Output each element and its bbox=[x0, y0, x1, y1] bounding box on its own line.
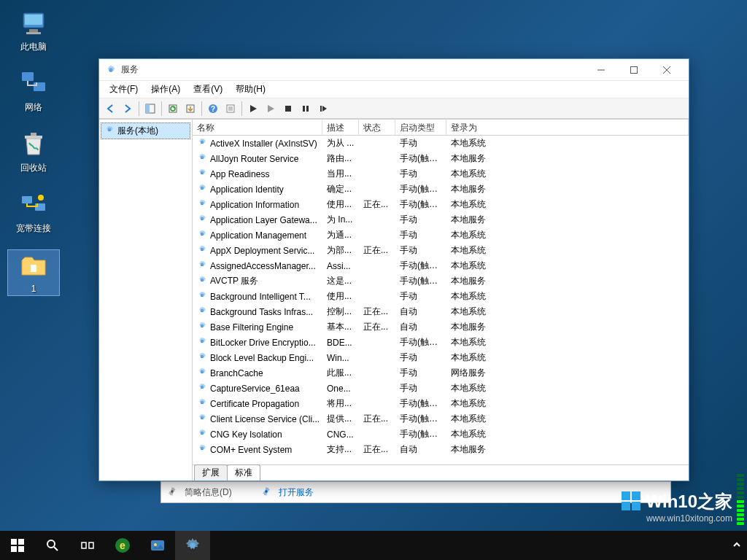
service-row[interactable]: ActiveX Installer (AxInstSV)为从 ...手动本地系统 bbox=[193, 136, 689, 151]
svg-point-22 bbox=[171, 106, 175, 111]
service-row[interactable]: CaptureService_61eaaOne...手动本地系统 bbox=[193, 381, 689, 396]
toolbar: ? bbox=[99, 98, 689, 119]
service-row[interactable]: COM+ Event System支持...正在...自动本地服务 bbox=[193, 442, 689, 457]
desktop-icon-this-pc[interactable]: 此电脑 bbox=[7, 7, 60, 55]
gear-icon bbox=[197, 382, 207, 394]
service-row[interactable]: BranchCache此服...手动网络服务 bbox=[193, 365, 689, 381]
properties-button[interactable] bbox=[222, 101, 239, 117]
gear-icon bbox=[104, 125, 115, 137]
service-name: AVCTP 服务 bbox=[210, 275, 258, 287]
start-menu-button[interactable] bbox=[0, 531, 35, 560]
service-status: 正在... bbox=[359, 443, 395, 456]
gear-icon bbox=[197, 306, 207, 318]
desktop-icon-broadband[interactable]: 宽带连接 bbox=[7, 189, 60, 236]
task-view-button[interactable] bbox=[70, 531, 105, 560]
service-name: Client License Service (Cli... bbox=[210, 414, 320, 424]
service-row[interactable]: Client License Service (Cli...提供...正在...… bbox=[193, 411, 689, 427]
list-body[interactable]: ActiveX Installer (AxInstSV)为从 ...手动本地系统… bbox=[193, 136, 689, 464]
service-row[interactable]: AllJoyn Router Service路由...手动(触发...本地服务 bbox=[193, 151, 689, 166]
gear-icon bbox=[197, 397, 207, 410]
pause-button[interactable] bbox=[298, 101, 314, 117]
gear-icon bbox=[197, 137, 207, 149]
tray-chevron-icon[interactable] bbox=[732, 540, 741, 551]
service-row[interactable]: Application Management为通...手动本地系统 bbox=[193, 228, 689, 243]
open-services-link[interactable]: 打开服务 bbox=[279, 486, 314, 499]
column-description[interactable]: 描述 bbox=[322, 120, 359, 135]
service-row[interactable]: AssignedAccessManager...Assi...手动(触发...本… bbox=[193, 258, 689, 273]
service-row[interactable]: Certificate Propagation将用...手动(触发...本地系统 bbox=[193, 396, 689, 411]
tab-standard[interactable]: 标准 bbox=[227, 464, 260, 481]
svg-rect-58 bbox=[622, 502, 630, 510]
service-startup-type: 手动(触发... bbox=[395, 428, 446, 440]
service-status: 正在... bbox=[359, 321, 395, 333]
menu-action[interactable]: 操作(A) bbox=[145, 82, 186, 97]
show-hide-tree-button[interactable] bbox=[142, 101, 158, 117]
menu-help[interactable]: 帮助(H) bbox=[230, 82, 271, 97]
service-description: 路由... bbox=[322, 152, 359, 165]
service-row[interactable]: Block Level Backup Engi...Win...手动本地系统 bbox=[193, 350, 689, 365]
gear-icon bbox=[197, 244, 207, 257]
tab-extended[interactable]: 扩展 bbox=[194, 464, 228, 481]
forward-button[interactable] bbox=[120, 101, 136, 117]
export-button[interactable] bbox=[182, 101, 198, 117]
minimize-button[interactable] bbox=[584, 60, 617, 80]
restart-button[interactable] bbox=[315, 101, 331, 117]
service-name: Block Level Backup Engi... bbox=[210, 353, 314, 363]
service-logon-as: 本地系统 bbox=[446, 260, 689, 272]
column-status[interactable]: 状态 bbox=[359, 120, 395, 135]
menubar: 文件(F) 操作(A) 查看(V) 帮助(H) bbox=[99, 81, 689, 98]
gear-icon bbox=[197, 183, 207, 195]
menu-file[interactable]: 文件(F) bbox=[104, 82, 144, 97]
service-row[interactable]: Application Information使用...正在...手动(触发..… bbox=[193, 197, 689, 212]
taskbar-app-edge[interactable]: e bbox=[105, 531, 140, 560]
close-button[interactable] bbox=[650, 60, 683, 80]
maximize-button[interactable] bbox=[617, 60, 650, 80]
service-name: ActiveX Installer (AxInstSV) bbox=[210, 139, 317, 149]
service-row[interactable]: BitLocker Drive Encryptio...BDE...手动(触发.… bbox=[193, 335, 689, 350]
taskbar-app-photos[interactable] bbox=[140, 531, 175, 560]
column-name[interactable]: 名称 bbox=[193, 120, 322, 135]
service-description: 将用... bbox=[322, 397, 359, 410]
refresh-button[interactable] bbox=[165, 101, 181, 117]
service-row[interactable]: Base Filtering Engine基本...正在...自动本地服务 bbox=[193, 319, 689, 335]
service-startup-type: 自动 bbox=[395, 443, 446, 456]
service-name: Application Management bbox=[210, 230, 306, 241]
titlebar[interactable]: 服务 bbox=[99, 59, 689, 81]
svg-point-10 bbox=[38, 195, 44, 201]
service-row[interactable]: Application Identity确定...手动(触发...本地服务 bbox=[193, 182, 689, 197]
service-row[interactable]: Application Layer Gatewa...为 In...手动本地服务 bbox=[193, 212, 689, 228]
start-button[interactable] bbox=[245, 101, 261, 117]
svg-rect-63 bbox=[18, 546, 24, 552]
taskbar-app-settings[interactable] bbox=[175, 531, 210, 560]
service-row[interactable]: CNG Key IsolationCNG...手动(触发...本地系统 bbox=[193, 427, 689, 442]
service-logon-as: 本地系统 bbox=[446, 351, 689, 364]
desktop-icon-recycle-bin[interactable]: 回收站 bbox=[7, 128, 60, 176]
service-description: 为从 ... bbox=[322, 137, 359, 149]
help-button[interactable]: ? bbox=[205, 101, 221, 117]
service-row[interactable]: AppX Deployment Servic...为部...正在...手动本地系… bbox=[193, 243, 689, 258]
service-row[interactable]: Background Intelligent T...使用...手动本地系统 bbox=[193, 289, 689, 304]
gear-icon bbox=[167, 486, 177, 499]
tree-root-label: 服务(本地) bbox=[117, 125, 158, 137]
menu-view[interactable]: 查看(V) bbox=[187, 82, 228, 97]
service-name: BitLocker Drive Encryptio... bbox=[210, 338, 316, 348]
start-button-alt[interactable] bbox=[263, 101, 279, 117]
service-row[interactable]: Background Tasks Infras...控制...正在...自动本地… bbox=[193, 304, 689, 319]
service-row[interactable]: App Readiness当用...手动本地系统 bbox=[193, 166, 689, 182]
search-button[interactable] bbox=[35, 531, 70, 560]
under-label-1[interactable]: 简略信息(D) bbox=[185, 486, 232, 499]
column-logon-as[interactable]: 登录为 bbox=[446, 120, 689, 135]
stop-button[interactable] bbox=[280, 101, 296, 117]
svg-rect-7 bbox=[31, 133, 36, 136]
service-startup-type: 手动(触发... bbox=[395, 183, 446, 195]
tree-root-services[interactable]: 服务(本地) bbox=[101, 122, 190, 139]
column-startup-type[interactable]: 启动类型 bbox=[395, 120, 446, 135]
gear-icon bbox=[197, 443, 207, 456]
desktop-icon-network[interactable]: 网络 bbox=[7, 68, 60, 115]
service-description: 此服... bbox=[322, 367, 359, 379]
gear-icon bbox=[197, 152, 207, 165]
gear-icon bbox=[197, 290, 207, 303]
desktop-icon-folder-1[interactable]: 1 bbox=[7, 249, 60, 296]
service-row[interactable]: AVCTP 服务这是...手动(触发...本地服务 bbox=[193, 273, 689, 289]
back-button[interactable] bbox=[102, 101, 118, 117]
